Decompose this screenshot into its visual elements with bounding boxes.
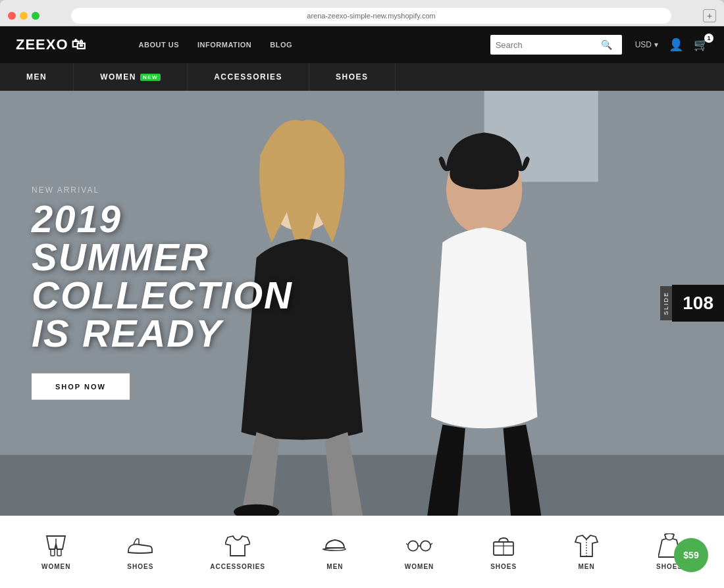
price-badge[interactable]: $59 [674, 538, 708, 572]
category-women-badge: NEW [140, 74, 161, 81]
search-button[interactable]: 🔍 [601, 39, 612, 50]
bottom-cat-shoes-label: SHOES [127, 563, 153, 570]
bottom-cat-shoes-bag[interactable]: SHOES [490, 534, 517, 570]
address-bar[interactable]: arena-zeexo-simple-new.myshopify.com [71, 8, 671, 24]
traffic-lights [8, 12, 39, 20]
hero-title-line3: COLLECTION [32, 276, 293, 314]
hero-section: NEW ARRIVAL 2019 SUMMER COLLECTION IS RE… [0, 91, 724, 516]
search-input[interactable] [496, 40, 601, 50]
category-women[interactable]: WOMEN NEW [74, 63, 188, 91]
tshirt-icon [224, 534, 251, 558]
bottom-cat-accessories-label: ACCESSORIES [210, 563, 265, 570]
shop-now-button[interactable]: SHOP NOW [32, 374, 130, 400]
header-right: USD ▾ 👤 🛒 1 [635, 37, 708, 52]
currency-selector[interactable]: USD ▾ [635, 40, 658, 49]
minimize-button[interactable] [20, 12, 28, 20]
bottom-cat-shoes[interactable]: SHOES [127, 534, 153, 570]
bottom-cat-men-cap-label: MEN [326, 563, 343, 570]
category-navigation: MEN WOMEN NEW ACCESSORIES SHOES [0, 63, 724, 91]
category-men[interactable]: MEN [0, 63, 74, 91]
svg-point-11 [421, 541, 430, 551]
main-navigation: ABOUT US INFORMATION BLOG [139, 41, 490, 49]
category-accessories[interactable]: ACCESSORIES [188, 63, 309, 91]
currency-label: USD [635, 40, 652, 49]
coat-icon [573, 534, 600, 558]
browser-chrome: arena-zeexo-simple-new.myshopify.com + [0, 0, 724, 26]
category-shoes-label: SHOES [336, 72, 369, 82]
nav-information[interactable]: INFORMATION [197, 41, 251, 49]
new-tab-button[interactable]: + [703, 9, 716, 22]
nav-blog[interactable]: BLOG [270, 41, 292, 49]
svg-rect-2 [0, 455, 724, 516]
bottom-cat-women-glasses-label: WOMEN [405, 563, 434, 570]
website: ZEEXO 🛍 ABOUT US INFORMATION BLOG 🔍 USD … [0, 26, 724, 588]
category-men-label: MEN [26, 72, 47, 82]
currency-arrow-icon: ▾ [654, 40, 658, 49]
bottom-cat-men-cap[interactable]: MEN [322, 534, 348, 570]
bottom-cat-women-pants[interactable]: WOMEN [41, 534, 70, 570]
url-text: arena-zeexo-simple-new.myshopify.com [307, 12, 435, 20]
hero-title-line2: SUMMER [32, 238, 293, 276]
logo[interactable]: ZEEXO 🛍 [16, 36, 86, 53]
close-button[interactable] [8, 12, 16, 20]
category-shoes[interactable]: SHOES [309, 63, 396, 91]
hero-title-line4: IS READY [32, 314, 293, 353]
hero-title: 2019 SUMMER COLLECTION IS READY [32, 200, 293, 353]
user-icon[interactable]: 👤 [669, 37, 683, 52]
bottom-cat-shoes-bag-label: SHOES [490, 563, 517, 570]
bottom-cat-men-coat[interactable]: MEN [573, 534, 600, 570]
hero-subtitle: NEW ARRIVAL [32, 185, 293, 195]
bottom-cat-women-label: WOMEN [41, 563, 70, 570]
pants-icon [43, 534, 69, 558]
bottom-cat-accessories[interactable]: ACCESSORIES [210, 534, 265, 570]
svg-rect-8 [57, 549, 61, 556]
slide-label: SLIDE [660, 286, 672, 320]
cap-icon [322, 534, 348, 558]
slide-number: SLIDE 108 [660, 285, 724, 322]
bottom-cat-women-glasses[interactable]: WOMEN [405, 534, 434, 570]
category-women-label: WOMEN [100, 72, 136, 82]
svg-rect-7 [51, 549, 55, 556]
search-bar: 🔍 [490, 35, 622, 55]
svg-line-13 [406, 543, 407, 545]
svg-point-10 [408, 541, 418, 551]
cart-badge: 1 [704, 34, 713, 43]
bag-icon [490, 534, 517, 558]
logo-icon: 🛍 [71, 36, 86, 53]
svg-line-14 [430, 543, 432, 545]
top-header: ZEEXO 🛍 ABOUT US INFORMATION BLOG 🔍 USD … [0, 26, 724, 63]
shoes-icon [127, 534, 153, 558]
slide-number-big: 108 [672, 285, 724, 322]
logo-text: ZEEXO [16, 36, 68, 53]
hero-title-line1: 2019 [32, 200, 293, 238]
nav-about-us[interactable]: ABOUT US [139, 41, 179, 49]
bottom-cat-men-coat-label: MEN [579, 563, 595, 570]
search-icon: 🔍 [601, 39, 612, 50]
bottom-categories: WOMEN SHOES ACCESSORIES [0, 516, 724, 588]
hero-content: NEW ARRIVAL 2019 SUMMER COLLECTION IS RE… [32, 185, 293, 400]
glasses-icon [406, 534, 432, 558]
maximize-button[interactable] [32, 12, 39, 20]
category-accessories-label: ACCESSORIES [214, 72, 282, 82]
cart-wrapper[interactable]: 🛒 1 [694, 37, 708, 52]
